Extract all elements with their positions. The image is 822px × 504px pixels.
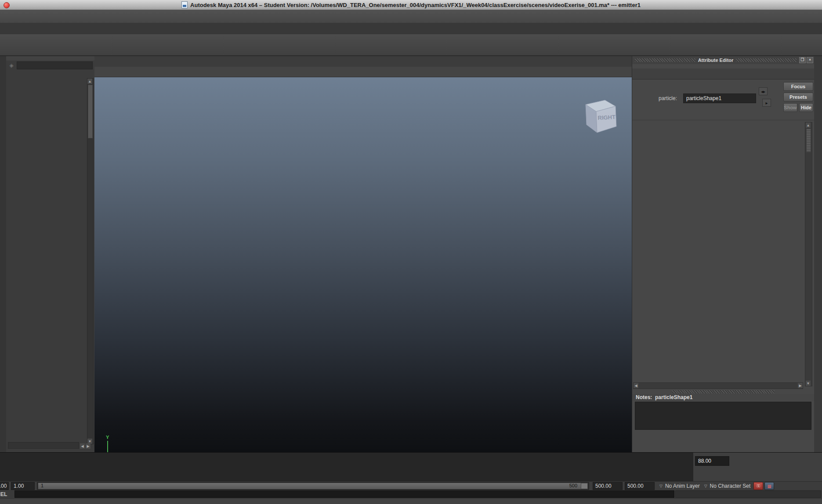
scroll-right-icon[interactable]: ▶ <box>86 443 91 449</box>
scroll-up-icon[interactable]: ▲ <box>87 79 92 84</box>
window-close-button[interactable] <box>4 2 10 8</box>
outliner-vertical-scrollbar[interactable]: ▲ ▼ <box>87 78 94 444</box>
window-title: Autodesk Maya 2014 x64 – Student Version… <box>190 2 641 8</box>
view-cube-label: RIGHT <box>597 114 616 121</box>
swap-input-icon[interactable]: ◂▸ <box>759 87 768 95</box>
help-line <box>0 498 822 504</box>
menu-set-tabs <box>0 23 822 35</box>
range-slider-handle[interactable] <box>581 483 588 489</box>
close-panel-icon[interactable]: × <box>807 57 813 63</box>
title-bar: Autodesk Maya 2014 x64 – Student Version… <box>0 0 822 10</box>
set-key-icon[interactable]: ⚿ <box>753 482 763 490</box>
auto-keyframe-icon[interactable]: ▦ <box>764 482 774 490</box>
outliner-horizontal-scrollbar[interactable] <box>8 442 79 449</box>
scrollbar-thumb[interactable] <box>88 85 93 138</box>
command-line-input[interactable] <box>14 490 674 498</box>
perspective-viewport[interactable]: RIGHT Y persp 0.5 fps <box>94 56 632 452</box>
outliner-menubar <box>6 56 94 61</box>
scroll-left-icon[interactable]: ◀ <box>80 443 85 449</box>
playback-controls-area: 88.00 <box>693 452 822 482</box>
scrollbar-thumb[interactable] <box>806 129 811 152</box>
scroll-up-icon[interactable]: ▲ <box>806 122 811 128</box>
attribute-editor-panel: Attribute Editor ❐ × particle: particleS… <box>632 56 814 452</box>
undock-panel-icon[interactable]: ❐ <box>799 57 806 63</box>
attribute-editor-titlebar[interactable]: Attribute Editor ❐ × <box>632 56 814 64</box>
view-cube[interactable]: RIGHT <box>578 95 619 139</box>
animation-end-field[interactable]: 500.00 <box>625 482 655 490</box>
maya-application-window: Autodesk Maya 2014 x64 – Student Version… <box>0 0 822 504</box>
command-line-mode-label[interactable]: MEL <box>0 491 14 497</box>
viewport-menubar <box>94 56 632 67</box>
anim-layer-selector[interactable]: No Anim Layer <box>665 483 700 489</box>
time-slider[interactable] <box>0 452 693 482</box>
playback-end-field[interactable]: 500.00 <box>593 482 623 490</box>
command-line: MEL <box>0 490 822 498</box>
drag-handle[interactable] <box>672 390 775 393</box>
attribute-editor-title: Attribute Editor <box>698 58 734 63</box>
command-line-result <box>675 490 821 498</box>
drag-handle[interactable] <box>736 58 797 62</box>
range-end-label: 500 <box>569 483 577 488</box>
svg-text:Y: Y <box>106 435 109 440</box>
drag-handle[interactable] <box>635 58 695 62</box>
attribute-editor-horizontal-scrollbar[interactable]: ◀ ▶ <box>633 382 803 389</box>
status-line <box>0 10 822 23</box>
hide-button[interactable]: Hide <box>799 103 813 112</box>
emitter-selection-box[interactable] <box>94 77 174 143</box>
playback-options-icon[interactable]: ▽ <box>659 484 663 488</box>
attribute-editor-tabs <box>632 68 814 79</box>
scroll-left-icon[interactable]: ◀ <box>634 383 638 388</box>
attribute-editor-footer <box>632 431 814 436</box>
attribute-editor-menubar <box>632 64 814 68</box>
swap-output-icon[interactable]: ▸ <box>762 99 771 107</box>
range-slider[interactable]: 1 500 <box>37 482 589 490</box>
scroll-down-icon[interactable]: ▼ <box>806 381 811 386</box>
presets-button[interactable]: Presets <box>783 93 813 101</box>
document-icon <box>181 1 188 8</box>
ground-grid <box>94 77 632 452</box>
current-time-field[interactable]: 88.00 <box>695 456 729 466</box>
range-slider-inner[interactable] <box>38 483 581 489</box>
attribute-editor-vertical-scrollbar[interactable]: ▲ ▼ <box>805 122 812 386</box>
focus-button[interactable]: Focus <box>783 82 813 91</box>
particle-name-field[interactable]: particleShape1 <box>683 94 756 103</box>
scroll-right-icon[interactable]: ▶ <box>798 383 803 388</box>
toolbox-collapsed-strip[interactable] <box>0 56 7 452</box>
show-button[interactable]: Show <box>783 103 797 112</box>
particle-field-label: particle: <box>659 95 677 101</box>
range-start-label: 1 <box>41 483 43 488</box>
animation-start-field[interactable]: 1.00 <box>0 482 9 490</box>
outliner-panel: ◈ ▲ ▼ ◀ ▶ <box>6 56 95 452</box>
playback-start-field[interactable]: 1.00 <box>11 482 35 490</box>
outliner-filter-icon[interactable]: ◈ <box>8 62 15 69</box>
shelf <box>0 34 822 56</box>
anim-layer-dropdown-icon[interactable]: ▽ <box>704 484 707 488</box>
axis-orientation-gizmo: Y <box>98 434 124 452</box>
notes-label: Notes: particleShape1 <box>632 394 692 400</box>
right-panel-tabs <box>814 56 822 452</box>
outliner-filter-input[interactable] <box>17 61 93 69</box>
attribute-scroll-area[interactable]: ▲ ▼ ◀ ▶ <box>632 120 814 390</box>
character-set-selector[interactable]: No Character Set <box>710 483 751 489</box>
viewport-icon-bar <box>94 67 632 77</box>
range-slider-bar: 1.00 1.00 1 500 500.00 500.00 ▽ No Anim … <box>0 481 822 490</box>
viewport-3d-area[interactable]: RIGHT Y persp 0.5 fps <box>94 77 632 452</box>
notes-textarea[interactable] <box>635 402 811 430</box>
